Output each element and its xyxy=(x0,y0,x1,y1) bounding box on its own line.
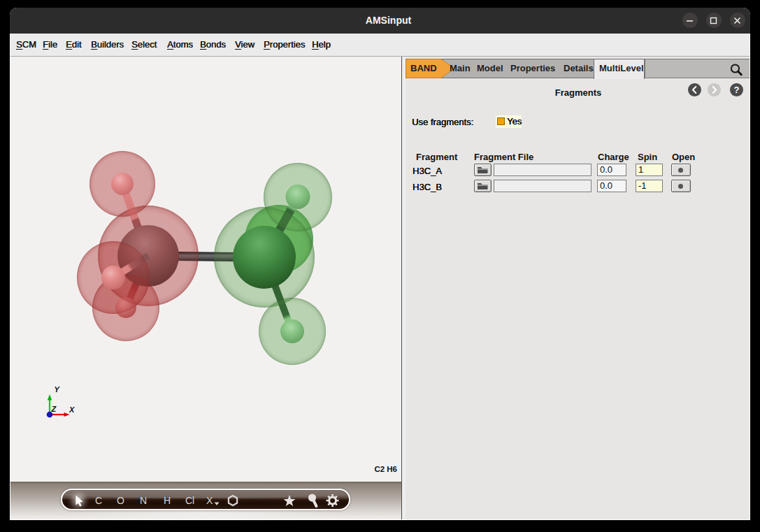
svg-text:Z: Z xyxy=(51,405,57,413)
svg-text:Y: Y xyxy=(55,385,61,394)
svg-text:X: X xyxy=(69,405,75,414)
